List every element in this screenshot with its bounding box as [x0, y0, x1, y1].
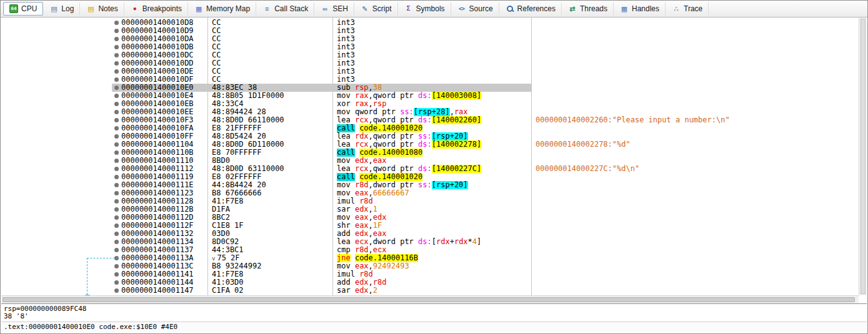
disasm-row[interactable]: 000000014000111E44:8B4424 20mov r8d,dwor… [1, 181, 859, 189]
breakpoint-dot[interactable] [114, 175, 119, 179]
disasm-row[interactable]: 00000001400010D8CCint3 [1, 19, 859, 27]
breakpoint-dot[interactable] [114, 69, 119, 74]
disasm-token: call [337, 124, 355, 132]
breakpoint-dot[interactable] [114, 110, 119, 114]
breakpoint-dot[interactable] [114, 118, 119, 122]
disasm-row[interactable]: 00000001400010DDCCint3 [1, 59, 859, 67]
disasm-token: r8d [355, 246, 369, 254]
disassembly-view[interactable]: 00000001400010D8CCint300000001400010D9CC… [1, 17, 867, 303]
disasm-row[interactable]: 0000000140001123B8 67666666mov eax,66666… [1, 189, 859, 197]
tab-script[interactable]: Script [354, 2, 398, 16]
breakpoint-dot[interactable] [114, 215, 119, 220]
disasm-row[interactable]: 0000000140001119E8 02FFFFFFcall code.140… [1, 173, 859, 181]
breakpoint-dot[interactable] [114, 159, 119, 163]
breakpoint-dot[interactable] [114, 37, 119, 41]
disasm-row[interactable]: 000000014000110BE8 70FFFFFFcall code.140… [1, 149, 859, 157]
instruction-disassembly: mov rax,qword ptr ds:[140003008] [332, 92, 531, 100]
tab-memory-map[interactable]: Memory Map [188, 2, 256, 16]
disasm-token: int3 [337, 43, 355, 51]
disasm-row[interactable]: 00000001400010DACCint3 [1, 35, 859, 43]
threads-icon [568, 4, 577, 13]
tab-seh[interactable]: SEH [314, 2, 354, 16]
disasm-row[interactable]: 000000014000112D8BC2mov eax,edx [1, 214, 859, 222]
breakpoint-dot[interactable] [114, 240, 119, 244]
breakpoint-dot[interactable] [114, 223, 119, 228]
disasm-row[interactable]: 00000001400010DBCCint3 [1, 43, 859, 51]
disasm-row[interactable]: 000000014000112FC1E8 1Fshr eax,1F [1, 222, 859, 230]
disasm-token: * [468, 238, 472, 246]
horizontal-scrollbar-thumb[interactable] [2, 297, 855, 302]
vertical-scrollbar-thumb[interactable] [861, 19, 866, 294]
breakpoint-dot[interactable] [114, 45, 119, 49]
breakpoint-dot[interactable] [114, 53, 119, 57]
breakpoint-dot[interactable] [114, 167, 119, 171]
instruction-address: 0000000140001119 [121, 173, 207, 181]
breakpoint-dot[interactable] [114, 150, 119, 155]
tab-trace[interactable]: Trace [666, 2, 709, 16]
disasm-row[interactable]: 00000001400010F348:8D0D 66110000lea rcx,… [1, 116, 859, 124]
disasm-row[interactable]: 000000014000113Av75 2Fjne code.14000116B [1, 254, 859, 262]
disasm-row[interactable]: 00000001400011108BD0mov edx,eax [1, 157, 859, 165]
vertical-scrollbar[interactable] [859, 17, 867, 295]
tab-notes[interactable]: Notes [80, 2, 124, 16]
breakpoint-dot[interactable] [114, 248, 119, 252]
breakpoint-dot[interactable] [114, 94, 119, 98]
breakpoint-dot[interactable] [114, 183, 119, 187]
breakpoint-dot[interactable] [114, 142, 119, 147]
tab-log[interactable]: Log [43, 2, 80, 16]
breakpoint-dot[interactable] [114, 21, 119, 25]
disasm-row[interactable]: 000000014000112841:F7E8imul r8d [1, 197, 859, 205]
tab-handles[interactable]: Handles [614, 2, 666, 16]
disasm-row[interactable]: 00000001400010DCCCint3 [1, 51, 859, 59]
disasm-row[interactable]: 00000001400011348D0C92lea ecx,dword ptr … [1, 238, 859, 246]
disasm-row[interactable]: 00000001400010FAE8 21FFFFFFcall code.140… [1, 124, 859, 132]
disasm-row[interactable]: 00000001400010DECCint3 [1, 67, 859, 76]
instruction-address: 00000001400010E0 [121, 84, 207, 92]
breakpoint-dot[interactable] [114, 199, 119, 204]
disasm-row[interactable]: 000000014000114141:F7E8imul r8d [1, 270, 859, 278]
disasm-row[interactable]: 00000001400010D9CCint3 [1, 27, 859, 35]
disasm-row[interactable]: 000000014000113203D0add edx,eax [1, 230, 859, 238]
disasm-row[interactable]: 00000001400010EE48:894424 28mov qword pt… [1, 108, 859, 116]
breakpoint-dot[interactable] [114, 288, 119, 293]
disasm-row[interactable]: 00000001400010FF48:8D5424 20lea rdx,qwor… [1, 132, 859, 140]
tab-call-stack[interactable]: Call Stack [256, 2, 314, 16]
disasm-row[interactable]: 000000014000110448:8D0D 6D110000lea rcx,… [1, 140, 859, 149]
disasm-row[interactable]: 00000001400010EB48:33C4xor rax,rsp [1, 100, 859, 108]
breakpoint-dot[interactable] [114, 191, 119, 195]
disasm-row[interactable]: 00000001400010E048:83EC 38sub rsp,38 [1, 84, 859, 92]
disasm-row[interactable]: 000000014000111248:8D0D 63110000lea rcx,… [1, 165, 859, 173]
breakpoint-dot[interactable] [114, 102, 119, 106]
tab-cpu[interactable]: CPU [3, 2, 43, 16]
row-gutter [1, 214, 121, 222]
breakpoint-dot[interactable] [114, 126, 119, 130]
breakpoint-dot[interactable] [114, 280, 119, 285]
breakpoint-dot[interactable] [114, 86, 119, 90]
disasm-row[interactable]: 00000001400010DFCCint3 [1, 76, 859, 84]
disasm-row[interactable]: 000000014000113CB8 93244992mov eax,92492… [1, 262, 859, 270]
disasm-token: , [369, 157, 373, 165]
disasm-token: imul [337, 270, 359, 278]
disasm-row[interactable]: 000000014000114441:03D0add edx,r8d [1, 278, 859, 287]
disasm-row[interactable]: 000000014000113744:3BC1cmp r8d,ecx [1, 246, 859, 254]
tab-symbols[interactable]: Symbols [398, 2, 451, 16]
disasm-row[interactable]: 0000000140001147C1FA 02sar edx,2 [1, 287, 859, 295]
breakpoint-dot[interactable] [114, 77, 119, 82]
breakpoint-dot[interactable] [114, 61, 119, 66]
breakpoint-dot[interactable] [114, 29, 119, 33]
breakpoint-dot[interactable] [114, 272, 119, 277]
disasm-row[interactable]: 00000001400010E448:8B05 1D1F0000mov rax,… [1, 92, 859, 100]
tab-threads[interactable]: Threads [562, 2, 614, 16]
tab-references[interactable]: References [499, 2, 562, 16]
breakpoint-dot[interactable] [114, 207, 119, 212]
breakpoint-dot[interactable] [114, 134, 119, 139]
row-gutter [1, 278, 121, 287]
horizontal-scrollbar[interactable] [1, 295, 859, 303]
breakpoint-dot[interactable] [114, 232, 119, 236]
disasm-row[interactable]: 000000014000112BD1FAsar edx,1 [1, 205, 859, 214]
instruction-comment [531, 189, 859, 197]
instruction-bytes: CC [207, 51, 332, 59]
breakpoint-dot[interactable] [114, 264, 119, 268]
tab-breakpoints[interactable]: Breakpoints [124, 2, 188, 16]
tab-source[interactable]: Source [451, 2, 499, 16]
